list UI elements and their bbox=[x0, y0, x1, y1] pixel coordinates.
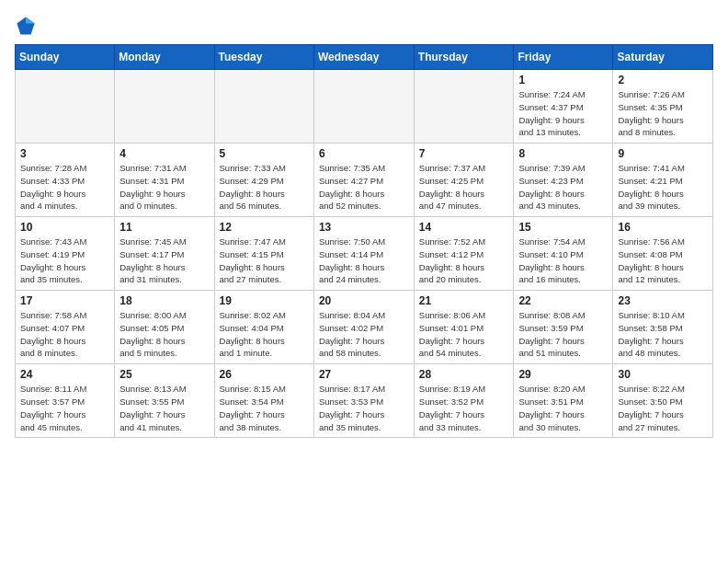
day-info: Sunrise: 7:33 AM Sunset: 4:29 PM Dayligh… bbox=[220, 162, 309, 213]
day-number: 24 bbox=[20, 368, 109, 381]
day-number: 4 bbox=[119, 147, 209, 160]
day-number: 7 bbox=[419, 147, 509, 160]
calendar-day-cell: 11Sunrise: 7:45 AM Sunset: 4:17 PM Dayli… bbox=[115, 217, 214, 291]
calendar-week-row: 3Sunrise: 7:28 AM Sunset: 4:33 PM Daylig… bbox=[16, 144, 713, 217]
day-info: Sunrise: 8:08 AM Sunset: 3:59 PM Dayligh… bbox=[518, 309, 608, 360]
day-info: Sunrise: 8:04 AM Sunset: 4:02 PM Dayligh… bbox=[319, 309, 409, 360]
day-number: 29 bbox=[518, 368, 608, 381]
calendar-day-cell: 27Sunrise: 8:17 AM Sunset: 3:53 PM Dayli… bbox=[313, 364, 414, 438]
day-number: 11 bbox=[119, 221, 209, 234]
day-info: Sunrise: 7:54 AM Sunset: 4:10 PM Dayligh… bbox=[518, 236, 608, 286]
calendar-day-cell: 4Sunrise: 7:31 AM Sunset: 4:31 PM Daylig… bbox=[115, 144, 214, 217]
day-info: Sunrise: 7:37 AM Sunset: 4:25 PM Dayligh… bbox=[419, 162, 509, 213]
day-info: Sunrise: 7:52 AM Sunset: 4:12 PM Dayligh… bbox=[419, 236, 509, 286]
calendar-day-cell: 8Sunrise: 7:39 AM Sunset: 4:23 PM Daylig… bbox=[514, 144, 613, 217]
calendar-day-cell: 12Sunrise: 7:47 AM Sunset: 4:15 PM Dayli… bbox=[214, 217, 313, 291]
day-number: 23 bbox=[618, 294, 708, 307]
calendar-day-cell: 28Sunrise: 8:19 AM Sunset: 3:52 PM Dayli… bbox=[414, 364, 514, 438]
day-number: 8 bbox=[518, 147, 608, 160]
day-number: 19 bbox=[220, 294, 309, 307]
calendar-day-cell: 7Sunrise: 7:37 AM Sunset: 4:25 PM Daylig… bbox=[414, 144, 514, 217]
day-info: Sunrise: 8:22 AM Sunset: 3:50 PM Dayligh… bbox=[618, 383, 708, 433]
day-number: 26 bbox=[220, 368, 309, 381]
logo-icon bbox=[15, 15, 37, 37]
day-number: 10 bbox=[20, 221, 109, 234]
day-number: 20 bbox=[319, 294, 409, 307]
day-number: 22 bbox=[518, 294, 608, 307]
day-number: 5 bbox=[220, 147, 309, 160]
calendar-day-cell: 20Sunrise: 8:04 AM Sunset: 4:02 PM Dayli… bbox=[313, 291, 414, 364]
calendar-day-cell: 29Sunrise: 8:20 AM Sunset: 3:51 PM Dayli… bbox=[514, 364, 613, 438]
calendar-day-cell: 30Sunrise: 8:22 AM Sunset: 3:50 PM Dayli… bbox=[613, 364, 713, 438]
calendar-day-cell bbox=[16, 70, 115, 144]
day-info: Sunrise: 7:45 AM Sunset: 4:17 PM Dayligh… bbox=[119, 236, 209, 286]
day-number: 30 bbox=[618, 368, 708, 381]
calendar-day-cell: 3Sunrise: 7:28 AM Sunset: 4:33 PM Daylig… bbox=[16, 144, 115, 217]
calendar-day-cell: 19Sunrise: 8:02 AM Sunset: 4:04 PM Dayli… bbox=[214, 291, 313, 364]
day-info: Sunrise: 7:28 AM Sunset: 4:33 PM Dayligh… bbox=[20, 162, 109, 213]
day-number: 6 bbox=[319, 147, 409, 160]
day-info: Sunrise: 8:10 AM Sunset: 3:58 PM Dayligh… bbox=[618, 309, 708, 360]
weekday-header: Friday bbox=[514, 45, 613, 70]
day-number: 12 bbox=[220, 221, 309, 234]
weekday-header: Wednesday bbox=[313, 45, 414, 70]
calendar-header-row: SundayMondayTuesdayWednesdayThursdayFrid… bbox=[16, 45, 713, 70]
day-info: Sunrise: 7:35 AM Sunset: 4:27 PM Dayligh… bbox=[319, 162, 409, 213]
calendar-day-cell: 13Sunrise: 7:50 AM Sunset: 4:14 PM Dayli… bbox=[313, 217, 414, 291]
calendar-day-cell: 25Sunrise: 8:13 AM Sunset: 3:55 PM Dayli… bbox=[115, 364, 214, 438]
calendar-day-cell: 24Sunrise: 8:11 AM Sunset: 3:57 PM Dayli… bbox=[16, 364, 115, 438]
calendar-day-cell: 26Sunrise: 8:15 AM Sunset: 3:54 PM Dayli… bbox=[214, 364, 313, 438]
calendar-week-row: 17Sunrise: 7:58 AM Sunset: 4:07 PM Dayli… bbox=[16, 291, 713, 364]
calendar-day-cell: 1Sunrise: 7:24 AM Sunset: 4:37 PM Daylig… bbox=[514, 70, 613, 144]
weekday-header: Tuesday bbox=[214, 45, 313, 70]
day-number: 17 bbox=[20, 294, 109, 307]
day-number: 21 bbox=[419, 294, 509, 307]
calendar-week-row: 10Sunrise: 7:43 AM Sunset: 4:19 PM Dayli… bbox=[16, 217, 713, 291]
calendar-table: SundayMondayTuesdayWednesdayThursdayFrid… bbox=[15, 44, 713, 438]
calendar-day-cell bbox=[313, 70, 414, 144]
calendar-day-cell: 5Sunrise: 7:33 AM Sunset: 4:29 PM Daylig… bbox=[214, 144, 313, 217]
calendar-day-cell: 22Sunrise: 8:08 AM Sunset: 3:59 PM Dayli… bbox=[514, 291, 613, 364]
day-info: Sunrise: 8:19 AM Sunset: 3:52 PM Dayligh… bbox=[419, 383, 509, 433]
calendar-day-cell: 2Sunrise: 7:26 AM Sunset: 4:35 PM Daylig… bbox=[613, 70, 713, 144]
day-info: Sunrise: 8:00 AM Sunset: 4:05 PM Dayligh… bbox=[119, 309, 209, 360]
day-info: Sunrise: 7:58 AM Sunset: 4:07 PM Dayligh… bbox=[20, 309, 109, 360]
day-info: Sunrise: 7:47 AM Sunset: 4:15 PM Dayligh… bbox=[220, 236, 309, 286]
day-info: Sunrise: 7:31 AM Sunset: 4:31 PM Dayligh… bbox=[119, 162, 209, 213]
day-number: 3 bbox=[20, 147, 109, 160]
day-info: Sunrise: 8:17 AM Sunset: 3:53 PM Dayligh… bbox=[319, 383, 409, 433]
day-info: Sunrise: 8:02 AM Sunset: 4:04 PM Dayligh… bbox=[220, 309, 309, 360]
day-info: Sunrise: 7:43 AM Sunset: 4:19 PM Dayligh… bbox=[20, 236, 109, 286]
weekday-header: Saturday bbox=[613, 45, 713, 70]
day-number: 13 bbox=[319, 221, 409, 234]
calendar-day-cell: 10Sunrise: 7:43 AM Sunset: 4:19 PM Dayli… bbox=[16, 217, 115, 291]
day-info: Sunrise: 7:24 AM Sunset: 4:37 PM Dayligh… bbox=[518, 88, 608, 139]
calendar-day-cell: 6Sunrise: 7:35 AM Sunset: 4:27 PM Daylig… bbox=[313, 144, 414, 217]
day-number: 9 bbox=[618, 147, 708, 160]
day-number: 14 bbox=[419, 221, 509, 234]
weekday-header: Sunday bbox=[16, 45, 115, 70]
day-info: Sunrise: 8:20 AM Sunset: 3:51 PM Dayligh… bbox=[518, 383, 608, 433]
day-number: 15 bbox=[518, 221, 608, 234]
day-info: Sunrise: 7:26 AM Sunset: 4:35 PM Dayligh… bbox=[618, 88, 708, 139]
day-info: Sunrise: 7:41 AM Sunset: 4:21 PM Dayligh… bbox=[618, 162, 708, 213]
calendar-day-cell bbox=[214, 70, 313, 144]
day-number: 16 bbox=[618, 221, 708, 234]
calendar-day-cell: 23Sunrise: 8:10 AM Sunset: 3:58 PM Dayli… bbox=[613, 291, 713, 364]
day-info: Sunrise: 8:11 AM Sunset: 3:57 PM Dayligh… bbox=[20, 383, 109, 433]
day-info: Sunrise: 7:50 AM Sunset: 4:14 PM Dayligh… bbox=[319, 236, 409, 286]
calendar-day-cell: 18Sunrise: 8:00 AM Sunset: 4:05 PM Dayli… bbox=[115, 291, 214, 364]
calendar-day-cell bbox=[115, 70, 214, 144]
calendar-day-cell: 14Sunrise: 7:52 AM Sunset: 4:12 PM Dayli… bbox=[414, 217, 514, 291]
day-number: 2 bbox=[618, 74, 708, 86]
calendar-week-row: 24Sunrise: 8:11 AM Sunset: 3:57 PM Dayli… bbox=[16, 364, 713, 438]
day-info: Sunrise: 8:15 AM Sunset: 3:54 PM Dayligh… bbox=[220, 383, 309, 433]
svg-marker-1 bbox=[26, 17, 35, 23]
day-info: Sunrise: 7:56 AM Sunset: 4:08 PM Dayligh… bbox=[618, 236, 708, 286]
calendar-day-cell: 9Sunrise: 7:41 AM Sunset: 4:21 PM Daylig… bbox=[613, 144, 713, 217]
weekday-header: Thursday bbox=[414, 45, 514, 70]
day-number: 18 bbox=[119, 294, 209, 307]
calendar-day-cell: 15Sunrise: 7:54 AM Sunset: 4:10 PM Dayli… bbox=[514, 217, 613, 291]
page-header bbox=[15, 15, 713, 37]
weekday-header: Monday bbox=[115, 45, 214, 70]
